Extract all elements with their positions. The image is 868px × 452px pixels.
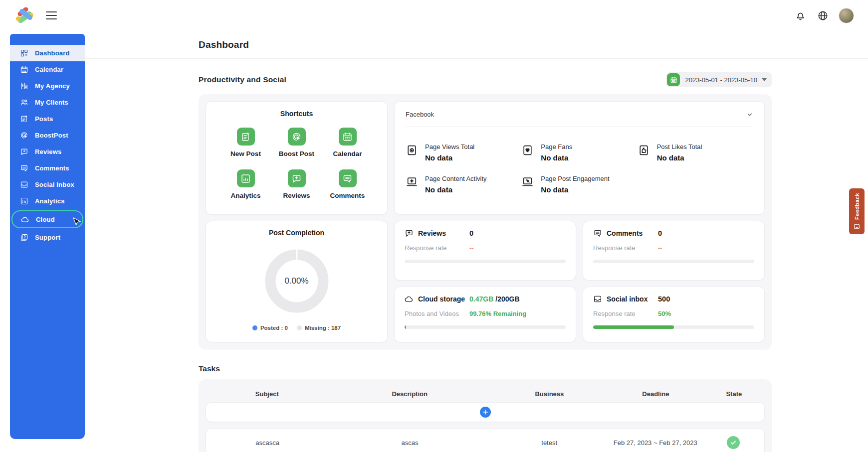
calendar-button[interactable] [667, 73, 680, 86]
post-completion-title: Post Completion [206, 229, 387, 237]
cloud-storage-card: Cloud storage 0.47GB/200GB Photos and Vi… [394, 287, 576, 342]
shortcut-comments[interactable]: Comments [322, 169, 373, 199]
reviews-icon [20, 148, 28, 156]
shortcut-calendar[interactable]: Calendar [322, 128, 373, 157]
chevron-down-icon [746, 111, 753, 118]
agency-icon [20, 82, 28, 90]
feedback-button[interactable]: Feedback [849, 188, 865, 234]
stat-page-fans: Page FansNo data [521, 143, 637, 162]
reviews-card-title: Reviews [418, 229, 446, 237]
social-inbox-progress-fill [593, 325, 674, 329]
cloud-subtitle: Photos and Videos [405, 310, 469, 317]
top-bar [0, 0, 868, 31]
cloud-remaining: 99.76% Remaining [469, 310, 566, 317]
sidebar-item-label: Reviews [35, 148, 61, 155]
shortcut-label: Analytics [230, 192, 260, 199]
add-task-row[interactable] [206, 402, 765, 422]
sidebar: Dashboard Calendar My Agency My Clients … [10, 34, 85, 439]
post-likes-icon [638, 144, 650, 156]
facebook-stats-card: Facebook Page Views TotalNo data Page Fa… [394, 101, 765, 215]
sidebar-item-my-clients[interactable]: My Clients [10, 94, 85, 111]
post-completion-donut: 0.00% [259, 244, 334, 318]
task-row[interactable]: ascasca ascas tetest Feb 27, 2023 ~ Feb … [206, 428, 765, 452]
sidebar-item-label: Cloud [36, 216, 55, 223]
task-business: tetest [491, 439, 608, 447]
sidebar-item-label: Posts [35, 115, 53, 123]
cloud-used: 0.47GB [469, 295, 493, 303]
sidebar-item-cloud[interactable]: Cloud [11, 210, 83, 228]
sidebar-item-label: Comments [35, 164, 69, 172]
comments-progress-track [593, 260, 754, 263]
app-logo [15, 6, 36, 24]
productivity-heading: Productivity and Social [199, 75, 286, 84]
social-inbox-card: Social inbox 500 Response rate 50% [583, 287, 765, 342]
date-range-picker[interactable]: 2023-05-01 - 2023-05-10 [666, 72, 772, 87]
shortcut-label: Boost Post [279, 150, 314, 157]
platform-select[interactable]: Facebook [406, 111, 753, 127]
shortcuts-card: Shortcuts New Post Boost Post Calendar A… [206, 101, 388, 215]
stat-page-post-engagement: Page Post EngagementNo data [521, 175, 637, 194]
sidebar-item-label: Social Inbox [35, 181, 74, 188]
calendar-icon [670, 76, 677, 84]
logo-shape [16, 16, 20, 21]
page-content-activity-icon [406, 176, 418, 188]
reviews-progress-track [405, 260, 566, 263]
sidebar-item-label: Dashboard [35, 49, 70, 57]
add-task-button[interactable] [480, 407, 491, 418]
shortcut-label: Calendar [333, 150, 362, 157]
user-avatar[interactable] [839, 8, 854, 23]
cloud-storage-title: Cloud storage [418, 295, 465, 303]
social-inbox-count: 500 [658, 295, 754, 303]
column-deadline: Deadline [608, 390, 703, 398]
reviews-icon [405, 229, 414, 238]
reviews-card: Reviews 0 Response rate -- [394, 221, 576, 281]
response-rate-value: 50% [658, 310, 754, 317]
donut-percent: 0.00% [259, 244, 334, 318]
plus-icon [482, 409, 488, 415]
feedback-label: Feedback [854, 193, 860, 220]
chevron-down-icon [762, 78, 767, 81]
stat-label: Page Content Activity [425, 175, 487, 182]
productivity-panel: Shortcuts New Post Boost Post Calendar A… [199, 94, 772, 349]
stat-post-likes: Post Likes TotalNo data [638, 143, 753, 162]
globe-icon [817, 10, 829, 21]
shortcut-analytics[interactable]: Analytics [220, 169, 271, 199]
sidebar-item-label: Analytics [35, 197, 65, 205]
task-subject: ascasca [206, 439, 329, 447]
stat-label: Page Fans [541, 143, 572, 151]
social-inbox-progress-track [593, 325, 754, 329]
reviews-icon [288, 169, 306, 187]
smiley-icon [854, 223, 860, 230]
sidebar-item-dashboard[interactable]: Dashboard [10, 45, 85, 61]
facebook-stats-grid: Page Views TotalNo data Page FansNo data… [406, 143, 753, 194]
sidebar-item-social-inbox[interactable]: Social Inbox [10, 176, 85, 193]
shortcut-new-post[interactable]: New Post [220, 128, 271, 157]
sidebar-item-posts[interactable]: Posts [10, 111, 85, 127]
sidebar-item-support[interactable]: Support [10, 229, 85, 246]
bell-icon [795, 10, 806, 21]
sidebar-item-analytics[interactable]: Analytics [10, 193, 85, 209]
notifications-button[interactable] [795, 10, 806, 21]
legend-dot-blue [252, 325, 257, 330]
sidebar-item-comments[interactable]: Comments [10, 160, 85, 176]
sidebar-item-label: My Agency [35, 82, 70, 90]
hamburger-menu-icon[interactable] [46, 11, 57, 19]
page-fans-icon [521, 144, 534, 156]
tasks-heading: Tasks [199, 364, 772, 373]
sidebar-item-reviews[interactable]: Reviews [10, 144, 85, 160]
post-completion-card: Post Completion 0.00% Posted : 0 Missing… [206, 221, 388, 342]
stat-label: Post Likes Total [657, 143, 702, 151]
response-rate-label: Response rate [593, 310, 658, 317]
shortcut-reviews[interactable]: Reviews [271, 169, 322, 199]
shortcut-boost-post[interactable]: Boost Post [271, 128, 322, 157]
sidebar-item-label: Support [35, 234, 60, 241]
cloud-icon [21, 215, 29, 224]
stat-value: No data [541, 185, 609, 194]
sidebar-item-calendar[interactable]: Calendar [10, 61, 85, 78]
sidebar-item-my-agency[interactable]: My Agency [10, 78, 85, 94]
language-button[interactable] [817, 10, 829, 21]
sidebar-item-boostpost[interactable]: BoostPost [10, 127, 85, 144]
page-views-icon [406, 144, 418, 156]
legend-dot-gray [297, 325, 302, 330]
comments-icon [593, 229, 602, 238]
